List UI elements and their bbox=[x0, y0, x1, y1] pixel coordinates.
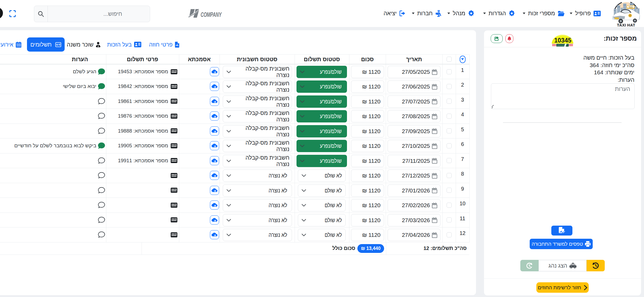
svg-text:TAXI: TAXI bbox=[629, 6, 633, 8]
svg-text:COMPANY: COMPANY bbox=[201, 11, 222, 18]
svg-text:TAXI HAT: TAXI HAT bbox=[617, 23, 635, 27]
svg-text:10345: 10345 bbox=[554, 37, 571, 44]
